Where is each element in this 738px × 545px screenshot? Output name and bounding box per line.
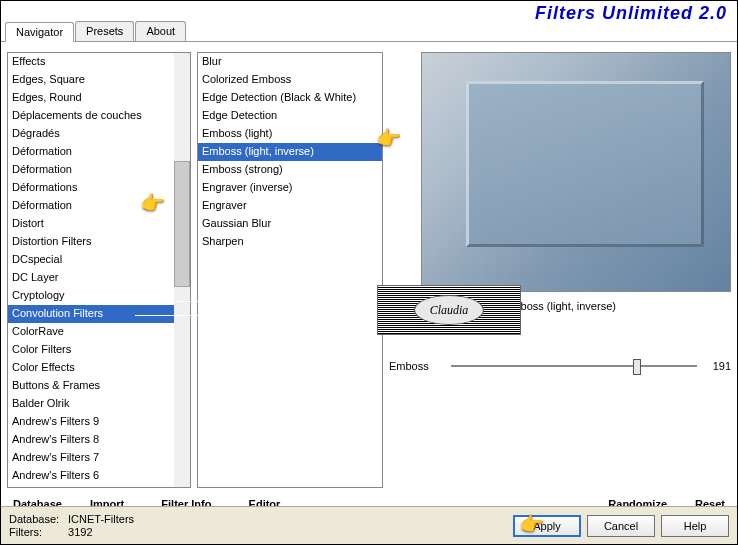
list-item[interactable]: Emboss (light) xyxy=(198,125,382,143)
tab-presets[interactable]: Presets xyxy=(75,21,134,41)
list-item[interactable]: Déformation xyxy=(8,161,190,179)
list-item[interactable]: Color Filters xyxy=(8,341,190,359)
list-item[interactable]: DC Layer xyxy=(8,269,190,287)
list-item[interactable]: Sharpen xyxy=(198,233,382,251)
main-area: EffectsEdges, SquareEdges, RoundDéplacem… xyxy=(1,46,737,494)
list-item[interactable]: Emboss (strong) xyxy=(198,161,382,179)
help-button[interactable]: Help xyxy=(661,515,729,537)
tab-navigator[interactable]: Navigator xyxy=(5,22,74,42)
param-row: Emboss 191 xyxy=(389,352,731,380)
param-slider[interactable] xyxy=(451,356,697,376)
preview-panel: Emboss (light, inverse) Emboss 191 xyxy=(389,52,731,488)
list-item[interactable]: Colorized Emboss xyxy=(198,71,382,89)
list-item[interactable]: Balder Olrik xyxy=(8,395,190,413)
list-item[interactable]: ColorRave xyxy=(8,323,190,341)
list-item[interactable]: Edges, Square xyxy=(8,71,190,89)
apply-button[interactable]: Apply xyxy=(513,515,581,537)
logo: Claudia xyxy=(377,285,521,335)
list-item[interactable]: Andrew's Filters 6 xyxy=(8,467,190,485)
db-label: Database: xyxy=(9,513,65,525)
list-item[interactable]: Effects xyxy=(8,53,190,71)
list-item[interactable]: Déformation xyxy=(8,143,190,161)
preview-image xyxy=(421,52,731,292)
list-item[interactable]: Edges, Round xyxy=(8,89,190,107)
tab-about[interactable]: About xyxy=(135,21,186,41)
cancel-button[interactable]: Cancel xyxy=(587,515,655,537)
list-item[interactable]: Andrew's Filters 8 xyxy=(8,431,190,449)
tab-row: Navigator Presets About xyxy=(1,21,737,42)
list-item[interactable]: Andrew's Filters 9 xyxy=(8,413,190,431)
list-item[interactable]: Edge Detection xyxy=(198,107,382,125)
list-item[interactable]: Dégradés xyxy=(8,125,190,143)
list-item[interactable]: Convolution Filters xyxy=(8,305,190,323)
list-item[interactable]: Engraver (inverse) xyxy=(198,179,382,197)
list-item[interactable]: Déplacements de couches xyxy=(8,107,190,125)
list-item[interactable]: Buttons & Frames xyxy=(8,377,190,395)
filters-label: Filters: xyxy=(9,526,65,538)
list-item[interactable]: Engraver xyxy=(198,197,382,215)
param-label: Emboss xyxy=(389,360,443,372)
slider-thumb[interactable] xyxy=(633,359,641,375)
filters-value: 3192 xyxy=(68,526,92,538)
list-item[interactable]: Gaussian Blur xyxy=(198,215,382,233)
scrollbar[interactable] xyxy=(174,53,190,487)
list-item[interactable]: DCspecial xyxy=(8,251,190,269)
db-value: ICNET-Filters xyxy=(68,513,134,525)
status-bar: Database: ICNET-Filters Filters: 3192 Ap… xyxy=(1,506,737,544)
list-item[interactable]: Distort xyxy=(8,215,190,233)
category-list[interactable]: EffectsEdges, SquareEdges, RoundDéplacem… xyxy=(7,52,191,488)
list-item[interactable]: Emboss (light, inverse) xyxy=(198,143,382,161)
list-item[interactable]: Color Effects xyxy=(8,359,190,377)
filter-list[interactable]: BlurColorized EmbossEdge Detection (Blac… xyxy=(197,52,383,488)
logo-text: Claudia xyxy=(414,295,484,325)
list-item[interactable]: Blur xyxy=(198,53,382,71)
list-item[interactable]: Cryptology xyxy=(8,287,190,305)
list-item[interactable]: Distortion Filters xyxy=(8,233,190,251)
list-item[interactable]: Edge Detection (Black & White) xyxy=(198,89,382,107)
list-item[interactable]: Déformations xyxy=(8,179,190,197)
list-item[interactable]: Déformation xyxy=(8,197,190,215)
list-item[interactable]: Andrew's Filters 7 xyxy=(8,449,190,467)
scrollbar-thumb[interactable] xyxy=(174,161,190,287)
param-value: 191 xyxy=(705,360,731,372)
